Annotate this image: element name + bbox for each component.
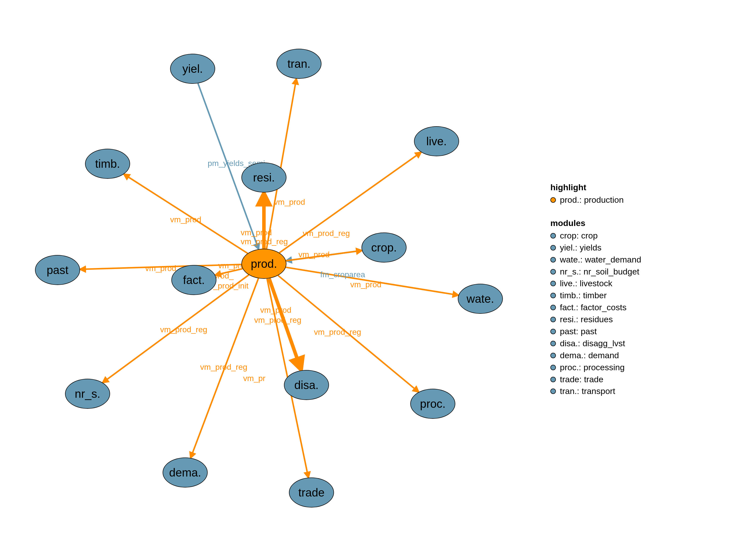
graph-node-proc: proc.: [410, 389, 455, 419]
legend-dot-icon: [550, 377, 556, 382]
edge-prod-timb: [124, 174, 248, 254]
legend-item-label: past: past: [560, 326, 597, 337]
legend-dot-icon: [550, 269, 556, 274]
legend-item: proc.: processing: [550, 362, 641, 373]
graph-node-resi: resi.: [241, 162, 286, 192]
edge-label-prod-disa: vm_prod: [260, 305, 291, 315]
graph-node-wate: wate.: [458, 284, 503, 314]
legend-item: yiel.: yields: [550, 242, 641, 254]
legend-item: dema.: demand: [550, 350, 641, 361]
extra-label-2: vm_pro: [218, 261, 245, 270]
legend-item: resi.: residues: [550, 314, 641, 325]
graph-node-timb: timb.: [85, 149, 130, 179]
graph-node-trade: trade: [289, 478, 334, 507]
graph-node-dema: dema.: [163, 457, 208, 487]
edge-label-prod-proc: vm_prod_reg: [314, 327, 361, 337]
edge-label-prod-wate: vm_prod: [350, 280, 382, 289]
edge-label-crop-prod: fm_croparea: [320, 270, 365, 279]
legend-modules-title: modules: [550, 218, 641, 228]
edge-label-prod-resi: vm_prod: [274, 197, 305, 207]
legend-item-label: live.: livestock: [560, 278, 612, 289]
legend-item-label: dema.: demand: [560, 350, 619, 361]
legend-highlight-title: highlight: [550, 183, 641, 192]
edge-label-prod-nr_s: vm_prod_reg: [160, 325, 207, 334]
legend-item: trade: trade: [550, 374, 641, 385]
graph-node-disa: disa.: [284, 370, 329, 400]
edge-label-prod-trade: vm_pr: [243, 374, 265, 383]
legend-item: tran.: transport: [550, 385, 641, 397]
legend-dot-icon: [550, 281, 556, 286]
legend-item-label: yiel.: yields: [560, 242, 601, 254]
extra-label-0: vm_prod: [241, 228, 272, 237]
legend-item-label: tran.: transport: [560, 385, 615, 397]
graph-node-nr_s: nr_s.: [65, 379, 110, 409]
legend-dot-icon: [550, 305, 556, 310]
legend-item: past: past: [550, 326, 641, 337]
edge-label-prod-dema: vm_prod_reg: [200, 363, 248, 372]
graph-node-crop: crop.: [361, 233, 407, 263]
legend-item: wate.: water_demand: [550, 254, 641, 266]
legend-panel: highlight prod.: production modules crop…: [550, 183, 641, 409]
legend-dot-icon: [550, 341, 556, 346]
edge-label-prod-crop: vm_prod: [299, 250, 330, 259]
legend-item: nr_s.: nr_soil_budget: [550, 266, 641, 277]
legend-dot-icon: [550, 233, 556, 239]
diagram-container: prod.yiel.tran.resi.live.timb.crop.pastf…: [0, 0, 500, 525]
legend-modules-section: modules crop: cropyiel.: yieldswate.: wa…: [550, 218, 641, 397]
legend-dot-icon: [550, 245, 556, 250]
legend-dot-icon: [550, 293, 556, 298]
legend-item: prod.: production: [550, 194, 641, 206]
legend-dot-icon: [550, 353, 556, 358]
legend-dot-icon: [550, 365, 556, 370]
legend-item-label: resi.: residues: [560, 314, 613, 325]
legend-highlight-section: highlight prod.: production: [550, 183, 641, 206]
legend-item-label: wate.: water_demand: [560, 254, 641, 266]
legend-item-label: prod.: production: [560, 194, 624, 206]
legend-item-label: fact.: factor_costs: [560, 302, 626, 313]
legend-item-label: nr_s.: nr_soil_budget: [560, 266, 639, 277]
graph-node-tran: tran.: [277, 49, 321, 79]
legend-dot-icon: [550, 317, 556, 322]
legend-item-label: proc.: processing: [560, 362, 625, 373]
graph-node-yiel: yiel.: [170, 54, 215, 84]
legend-item: live.: livestock: [550, 278, 641, 289]
edge-label-prod-timb: vm_prod: [170, 215, 201, 224]
legend-item-label: crop: crop: [560, 230, 598, 241]
legend-item-label: timb.: timber: [560, 290, 607, 301]
legend-item: fact.: factor_costs: [550, 302, 641, 313]
graph-node-past: past: [35, 255, 80, 285]
legend-item-label: disa.: disagg_lvst: [560, 338, 625, 349]
legend-item-label: trade: trade: [560, 374, 603, 385]
legend-dot-icon: [550, 329, 556, 334]
extra-label-1: vm_prod_reg: [241, 237, 288, 246]
legend-item: crop: crop: [550, 230, 641, 241]
graph-node-live: live.: [414, 126, 459, 156]
legend-dot-icon: [550, 389, 556, 394]
edge-label-prod-live: vm_prod_reg: [303, 229, 350, 238]
legend-item: disa.: disagg_lvst: [550, 338, 641, 349]
legend-dot-icon: [550, 197, 556, 203]
graph-node-prod: prod.: [241, 249, 286, 279]
legend-item: timb.: timber: [550, 290, 641, 301]
extra-label-4: vm_prod_reg: [254, 316, 302, 325]
graph-node-fact: fact.: [171, 265, 216, 295]
legend-dot-icon: [550, 257, 556, 263]
edge-label-prod-past: vm_prod: [145, 264, 176, 273]
